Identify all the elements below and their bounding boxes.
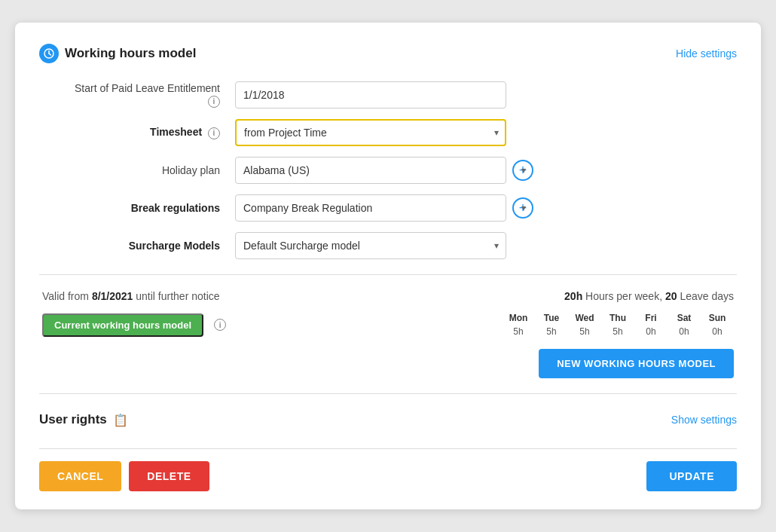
user-rights-header: User rights 📋 Show settings: [39, 409, 737, 430]
start-leave-label: Start of Paid Leave Entitlement i: [69, 82, 235, 108]
start-leave-input[interactable]: [235, 81, 506, 109]
break-label: Break regulations: [69, 202, 235, 214]
divider-1: [39, 274, 737, 275]
hide-settings-link[interactable]: Hide settings: [676, 47, 737, 60]
surcharge-select[interactable]: Default Surcharge model: [235, 232, 506, 259]
valid-text: Valid from 8/1/2021 until further notice: [42, 290, 220, 302]
day-header-sun: Sun: [701, 313, 734, 326]
timesheet-row: Timesheet i from Project Time ▾: [39, 119, 737, 146]
timesheet-info-icon[interactable]: i: [208, 127, 220, 139]
valid-section: Valid from 8/1/2021 until further notice…: [39, 290, 737, 302]
break-select[interactable]: Company Break Regulation: [235, 194, 506, 222]
current-model-info-icon[interactable]: i: [214, 319, 226, 331]
day-value-fri: 0h: [634, 326, 668, 337]
section-title: Working hours model: [39, 44, 196, 63]
days-grid: Mon Tue Wed Thu Fri Sat Sun 5h 5h 5h 5h …: [502, 313, 734, 337]
day-value-wed: 5h: [568, 326, 601, 337]
action-left: CANCEL DELETE: [39, 461, 209, 491]
cancel-button[interactable]: CANCEL: [39, 461, 121, 491]
divider-2: [39, 393, 737, 394]
section-header: Working hours model Hide settings: [39, 44, 737, 63]
hours-info: 20h Hours per week, 20 Leave days: [564, 290, 734, 302]
timesheet-label: Timesheet i: [69, 126, 235, 139]
svg-line-2: [49, 54, 51, 55]
day-header-fri: Fri: [634, 313, 668, 326]
start-leave-row: Start of Paid Leave Entitlement i: [39, 81, 737, 109]
day-value-sun: 0h: [701, 326, 734, 337]
new-model-row: NEW WORKING HOURS MODEL: [42, 349, 734, 378]
surcharge-label: Surcharge Models: [69, 240, 235, 252]
current-model-left: Current working hours model i: [42, 313, 226, 337]
day-header-tue: Tue: [535, 313, 568, 326]
main-card: Working hours model Hide settings Start …: [15, 23, 761, 509]
timesheet-select[interactable]: from Project Time: [235, 119, 506, 146]
start-leave-info-icon[interactable]: i: [208, 96, 220, 108]
user-rights-title: User rights 📋: [39, 412, 128, 427]
holiday-select-wrapper: Alabama (US) ▾ +: [235, 157, 533, 184]
section-title-text: Working hours model: [65, 46, 196, 61]
update-button[interactable]: UPDATE: [646, 461, 737, 491]
holiday-add-button[interactable]: +: [512, 160, 533, 181]
working-hours-icon: [39, 44, 59, 63]
day-header-wed: Wed: [568, 313, 601, 326]
break-select-wrapper: Company Break Regulation ▾ +: [235, 194, 533, 222]
current-model-badge[interactable]: Current working hours model: [42, 313, 203, 337]
show-settings-link[interactable]: Show settings: [671, 414, 737, 426]
day-header-thu: Thu: [601, 313, 634, 326]
holiday-select[interactable]: Alabama (US): [235, 157, 506, 184]
day-value-thu: 5h: [601, 326, 634, 337]
surcharge-row: Surcharge Models Default Surcharge model…: [39, 232, 737, 259]
break-row: Break regulations Company Break Regulati…: [39, 194, 737, 222]
holiday-label: Holiday plan: [69, 164, 235, 176]
day-value-tue: 5h: [535, 326, 568, 337]
day-header-sat: Sat: [668, 313, 701, 326]
delete-button[interactable]: DELETE: [129, 461, 209, 491]
timesheet-select-wrapper: from Project Time ▾: [235, 119, 506, 146]
break-add-button[interactable]: +: [512, 197, 533, 219]
day-value-mon: 5h: [502, 326, 535, 337]
clipboard-icon: 📋: [113, 413, 128, 427]
surcharge-select-wrapper: Default Surcharge model ▾: [235, 232, 506, 259]
new-model-button[interactable]: NEW WORKING HOURS MODEL: [539, 349, 734, 378]
day-header-mon: Mon: [502, 313, 535, 326]
day-value-sat: 0h: [668, 326, 701, 337]
current-model-row: Current working hours model i Mon Tue We…: [39, 313, 737, 337]
action-row: CANCEL DELETE UPDATE: [39, 448, 737, 491]
user-rights-title-text: User rights: [39, 412, 107, 427]
holiday-row: Holiday plan Alabama (US) ▾ +: [39, 157, 737, 184]
